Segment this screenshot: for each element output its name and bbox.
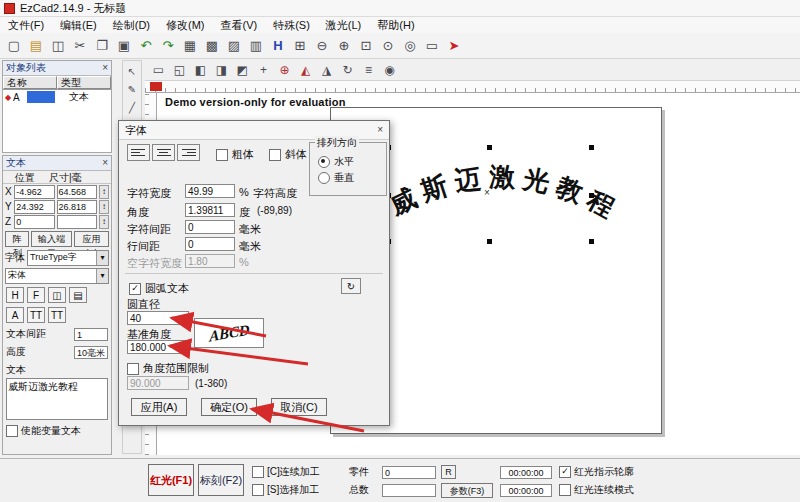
align-left-button[interactable]: [127, 144, 150, 161]
select-tool-icon[interactable]: ↖: [124, 64, 140, 79]
menu-item[interactable]: 修改(M): [158, 17, 213, 33]
column-header-type[interactable]: 类型: [57, 76, 111, 89]
italic-checkbox[interactable]: [269, 149, 281, 161]
line-tool-icon[interactable]: ╱: [124, 100, 140, 115]
font-name-select[interactable]: 宋体 ▾: [5, 268, 109, 284]
curved-text-object[interactable]: 威斯迈激光教程: [350, 140, 650, 265]
align-right-button[interactable]: [177, 144, 200, 161]
menu-item[interactable]: 查看(V): [213, 17, 266, 33]
load-font-button[interactable]: ▤: [69, 287, 87, 303]
dot-grid-1-icon[interactable]: ▩: [202, 36, 222, 56]
zoom-in-icon[interactable]: ⊕: [334, 36, 354, 56]
bold-checkbox[interactable]: [216, 149, 228, 161]
spinner[interactable]: ↕: [99, 215, 109, 229]
close-icon[interactable]: ×: [377, 125, 383, 135]
zoom-object-icon[interactable]: ⊙: [378, 36, 398, 56]
total-count-field[interactable]: [382, 484, 436, 497]
object-row[interactable]: ◆ A 文本: [3, 90, 111, 104]
node-edit-tool-icon[interactable]: ✎: [124, 82, 140, 97]
preview-eye-icon[interactable]: ◉: [380, 61, 399, 79]
zoom-window-icon[interactable]: ⊡: [356, 36, 376, 56]
put-to-origin-icon[interactable]: ⊕: [275, 61, 294, 79]
base-angle-field[interactable]: 180.000: [127, 340, 189, 354]
selection-handle[interactable]: [589, 239, 594, 244]
angle-limit-checkbox[interactable]: [127, 363, 139, 375]
selection-handle[interactable]: [589, 193, 594, 198]
enable-variable-checkbox[interactable]: [6, 425, 18, 437]
part-count-field[interactable]: 0: [382, 466, 436, 479]
menu-item[interactable]: 绘制(D): [105, 17, 158, 33]
apply-button[interactable]: 应用(A): [131, 398, 187, 416]
io-port-button[interactable]: 输入端口: [31, 231, 72, 247]
marquee-add-icon[interactable]: ◱: [170, 61, 189, 79]
rotate-icon[interactable]: ↻: [338, 61, 357, 79]
reset-part-button[interactable]: R: [441, 465, 456, 479]
cancel-button[interactable]: 取消(C): [271, 398, 327, 416]
lock-xy-icon[interactable]: ◩: [233, 61, 252, 79]
angle-field[interactable]: 1.39811: [185, 203, 235, 217]
ok-button[interactable]: 确定(O): [201, 398, 257, 416]
param-button[interactable]: 参数(F3): [441, 483, 493, 498]
diameter-field[interactable]: 40: [127, 311, 189, 325]
mark-param-icon[interactable]: H: [268, 36, 288, 56]
font-style-button[interactable]: F: [27, 287, 45, 303]
position-field[interactable]: 24.392: [14, 200, 54, 214]
continuous-checkbox[interactable]: [252, 466, 264, 478]
text-spacing-field[interactable]: 1: [74, 328, 108, 341]
char-width-field[interactable]: 49.99: [185, 184, 235, 198]
align-icon[interactable]: ≡: [359, 61, 378, 79]
circle-text-option-button[interactable]: ↻: [341, 278, 361, 294]
char-space-field[interactable]: 0: [185, 220, 235, 234]
mirror-vertical-icon[interactable]: ◮: [317, 61, 336, 79]
dot-grid-3-icon[interactable]: ▥: [246, 36, 266, 56]
open-icon[interactable]: ▤: [26, 36, 46, 56]
position-field[interactable]: -4.962: [14, 185, 54, 199]
size-field[interactable]: 26.818: [57, 200, 97, 214]
chevron-down-icon[interactable]: ▾: [96, 251, 108, 265]
red-continuous-checkbox[interactable]: [559, 484, 571, 496]
vertical-radio[interactable]: [318, 172, 330, 184]
red-light-button[interactable]: 红光(F1): [148, 464, 194, 496]
menu-item[interactable]: 激光(L): [318, 17, 369, 33]
close-icon[interactable]: ×: [102, 158, 108, 168]
array-button[interactable]: 阵列: [5, 231, 29, 247]
paste-icon[interactable]: ▣: [114, 36, 134, 56]
marquee-select-icon[interactable]: ▭: [149, 61, 168, 79]
select-mark-checkbox[interactable]: [252, 484, 264, 496]
selection-handle[interactable]: [589, 145, 594, 150]
copy-icon[interactable]: ❐: [92, 36, 112, 56]
truetype-2-button[interactable]: TT: [48, 307, 66, 323]
horizontal-radio[interactable]: [318, 156, 330, 168]
save-font-button[interactable]: ◫: [48, 287, 66, 303]
mark-button[interactable]: 标刻(F2): [198, 464, 244, 496]
truetype-1-button[interactable]: TT: [27, 307, 45, 323]
dot-grid-2-icon[interactable]: ▨: [224, 36, 244, 56]
size-field[interactable]: 64.568: [57, 185, 97, 199]
expand-param-icon[interactable]: ⊞: [290, 36, 310, 56]
line-space-field[interactable]: 0: [185, 237, 235, 251]
circle-text-checkbox[interactable]: ✓: [129, 283, 141, 295]
hatch-icon[interactable]: ▦: [180, 36, 200, 56]
redo-icon[interactable]: ↷: [158, 36, 178, 56]
auto-size-button[interactable]: A: [6, 307, 24, 323]
red-outline-checkbox[interactable]: ✓: [559, 466, 571, 478]
lock-y-icon[interactable]: ◨: [212, 61, 231, 79]
move-to-origin-icon[interactable]: +: [254, 61, 273, 79]
size-field[interactable]: [57, 215, 97, 229]
menu-item[interactable]: 帮助(H): [369, 17, 422, 33]
spinner[interactable]: ↕: [99, 200, 109, 214]
save-icon[interactable]: ◫: [48, 36, 68, 56]
column-header-name[interactable]: 名称: [3, 76, 57, 89]
selection-handle[interactable]: [487, 145, 492, 150]
menu-item[interactable]: 编辑(E): [52, 17, 105, 33]
chevron-down-icon[interactable]: ▾: [96, 269, 108, 283]
close-icon[interactable]: ×: [102, 63, 108, 73]
lock-x-icon[interactable]: ◧: [191, 61, 210, 79]
menu-item[interactable]: 文件(F): [0, 17, 52, 33]
cut-icon[interactable]: ✂: [70, 36, 90, 56]
menu-item[interactable]: 特殊(S): [265, 17, 318, 33]
undo-icon[interactable]: ↶: [136, 36, 156, 56]
selection-handle[interactable]: [487, 239, 492, 244]
mirror-horizontal-icon[interactable]: ◭: [296, 61, 315, 79]
spinner[interactable]: ↕: [99, 185, 109, 199]
